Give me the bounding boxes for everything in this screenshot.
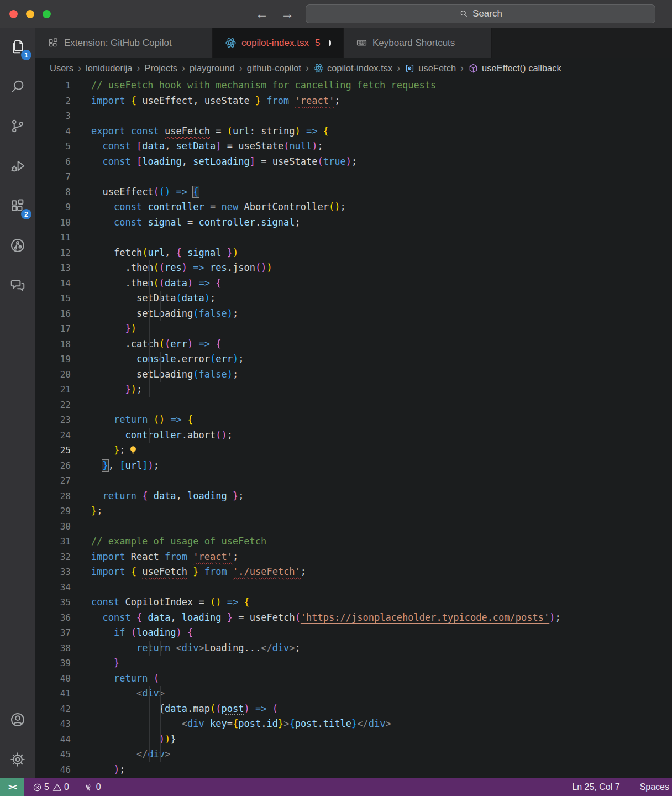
breadcrumb-item-useeffect-callback[interactable]: useEffect() callback [468,63,561,74]
code-line[interactable]: 21 }); [35,382,672,397]
line-number: 37 [35,625,71,641]
code-line[interactable]: 30 [35,519,672,535]
tab-copilot-index-tsx[interactable]: copilot-index.tsx5 [213,28,344,58]
code-line[interactable]: 26 }, [url]); [35,458,672,474]
code-line[interactable]: 42 {data.map((post) => ( [35,701,672,717]
breadcrumb-item-playground[interactable]: playground [190,63,235,74]
code-line[interactable]: 22 [35,397,672,413]
code-line[interactable]: 24 controller.abort(); [35,428,672,443]
code-line[interactable]: 23 return () => { [35,412,672,428]
code-token [301,125,306,137]
code-line[interactable]: 5 const [data, setData] = useState(null)… [35,139,672,154]
search-input[interactable]: Search [306,4,655,23]
code-line[interactable]: 38 return <div>Loading...</div>; [35,641,672,656]
breadcrumb-item-leniduderija[interactable]: leniduderija [86,63,132,74]
code-line[interactable]: 10 const signal = controller.signal; [35,215,672,231]
close-button[interactable] [9,10,18,18]
activity-search-icon[interactable] [6,74,30,98]
code-line[interactable]: 3 [35,108,672,124]
code-token: . [91,262,131,273]
code-token: import [91,551,125,562]
line-number: 36 [35,610,71,626]
breadcrumb-item-projects[interactable]: Projects [145,63,178,74]
code-line[interactable]: 4export const useFetch = (url: string) =… [35,124,672,139]
forward-button[interactable]: → [281,6,294,22]
line-number: 20 [35,367,71,383]
code-line[interactable]: 27 [35,473,672,489]
breadcrumb-separator-icon: › [182,62,185,74]
code-line[interactable]: 33import { useFetch } from './useFetch'; [35,564,672,580]
zoom-button[interactable] [43,10,51,18]
activity-extensions-icon[interactable]: 2 [6,193,30,218]
code-line[interactable]: 14 .then((data) => { [35,276,672,291]
code-line[interactable]: 13 .then((res) => res.json()) [35,260,672,276]
breadcrumb-item-users[interactable]: Users [50,63,74,74]
broadcast-indicator[interactable]: 0 [83,782,101,792]
code-line[interactable]: 46 ); [35,762,672,778]
code-token: ) [244,703,249,714]
code-line[interactable]: 16 setLoading(false); [35,306,672,322]
remote-indicator[interactable]: >< [0,778,24,796]
code-line[interactable]: 9 const controller = new AbortController… [35,200,672,215]
activity-git-graph-icon[interactable] [6,233,30,258]
code-line[interactable]: 39 } [35,656,672,671]
code-token: import [91,566,125,577]
code-line[interactable]: 45 </div> [35,747,672,762]
code-line[interactable]: 7 [35,169,672,185]
breadcrumb-item-usefetch[interactable]: useFetch [405,63,456,74]
code-token: } [114,657,119,668]
modified-dot[interactable] [329,40,331,46]
code-token: . [255,217,261,228]
code-line[interactable]: 31// example of usage of useFetch [35,534,672,549]
code-line[interactable]: 11 [35,230,672,245]
activity-files-icon[interactable]: 1 [6,34,30,59]
code-line[interactable]: 43 <div key={post.id}>{post.title}</div> [35,716,672,732]
indentation-setting[interactable]: Spaces [640,782,669,792]
tab-keyboard-shortcuts[interactable]: Keyboard Shortcuts [344,28,492,58]
back-button[interactable]: ← [255,6,269,22]
code-line[interactable]: 12 fetch(url, { signal }) [35,245,672,261]
activity-run-debug-icon[interactable] [6,154,30,178]
code-line[interactable]: 28 return { data, loading }; [35,489,672,504]
tab-extension-github-copilot[interactable]: Extension: GitHub Copilot [35,28,213,58]
code-line[interactable]: 18 .catch((err) => { [35,337,672,352]
problems-indicator[interactable]: 5 0 [33,782,69,792]
code-line[interactable]: 34 [35,580,672,595]
activity-account-icon[interactable] [6,708,30,732]
code-line[interactable]: 19 console.error(err); [35,352,672,367]
line-number: 43 [35,716,71,732]
code-line[interactable]: 29}; [35,504,672,519]
code-line[interactable]: 25 }; [35,443,672,458]
code-token [125,125,130,137]
code-line[interactable]: 2import { useEffect, useState } from 're… [35,93,672,109]
code-line[interactable]: 40 return ( [35,671,672,687]
activity-source-control-icon[interactable] [6,114,30,138]
code-token [91,490,102,501]
minimize-button[interactable] [26,10,34,18]
code-line[interactable]: 41 <div> [35,686,672,701]
code-line[interactable]: 6 const [loading, setLoading] = useState… [35,154,672,170]
code-token: data [182,292,204,303]
breadcrumb-item-github-copilot[interactable]: github-copilot [247,63,301,74]
code-line[interactable]: 35const CopilotIndex = () => { [35,595,672,610]
indent-guides [127,139,138,154]
indent-guide [138,747,149,762]
code-line[interactable]: 17 }) [35,321,672,337]
indent-guide [127,473,138,489]
breadcrumb-item-copilot-index-tsx[interactable]: copilot-index.tsx [313,63,392,74]
code-token: [ [119,460,125,471]
code-line[interactable]: 1// useFetch hook with mechanism for can… [35,78,672,93]
code-line[interactable]: 15 setData(data); [35,291,672,306]
code-line[interactable]: 44 ))} [35,732,672,747]
indent-guides [127,412,149,428]
activity-settings-gear-icon[interactable] [6,747,30,772]
cursor-position[interactable]: Ln 25, Col 7 [572,782,620,792]
activity-chat-icon[interactable] [6,273,30,297]
lightbulb-icon[interactable] [127,444,139,457]
code-line[interactable]: 20 setLoading(false); [35,367,672,383]
code-line[interactable]: 36 const { data, loading } = useFetch('h… [35,610,672,626]
code-line[interactable]: 32import React from 'react'; [35,549,672,565]
code-line[interactable]: 37 if (loading) { [35,625,672,641]
code-editor[interactable]: 1// useFetch hook with mechanism for can… [35,78,672,778]
code-line[interactable]: 8 useEffect(() => { [35,185,672,200]
